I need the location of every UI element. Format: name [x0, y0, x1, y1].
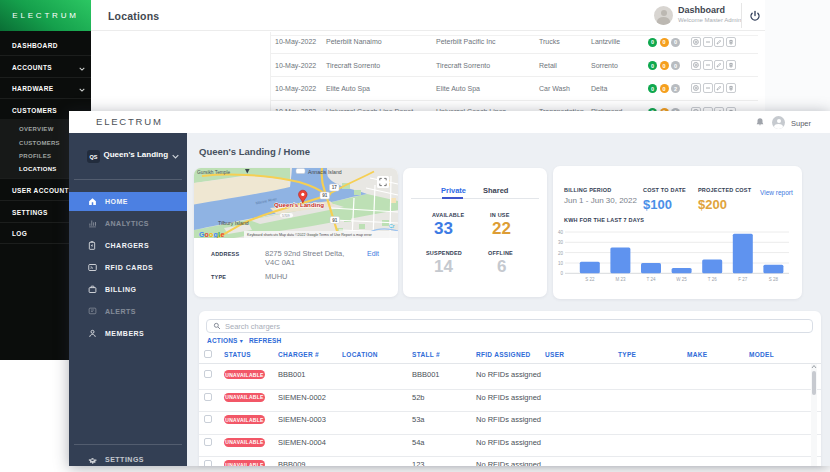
svg-text:91: 91: [322, 193, 328, 198]
svg-text:F 27: F 27: [738, 277, 748, 282]
svg-text:Keyboard shortcuts Map data: Keyboard shortcuts Map data ©2022 Google…: [247, 233, 372, 237]
svg-text:T 24: T 24: [647, 277, 656, 282]
svg-text:Tilbury Island: Tilbury Island: [218, 220, 249, 226]
svg-text:Annacis Island: Annacis Island: [308, 169, 342, 175]
svg-text:20: 20: [558, 251, 564, 256]
svg-text:S 22: S 22: [585, 277, 595, 282]
svg-text:T 26: T 26: [708, 277, 717, 282]
svg-text:S 28: S 28: [769, 277, 779, 282]
svg-text:W 25: W 25: [676, 277, 687, 282]
svg-text:M 23: M 23: [615, 277, 626, 282]
svg-text:30: 30: [558, 240, 564, 245]
svg-text:17: 17: [332, 185, 338, 190]
svg-text:0: 0: [560, 271, 563, 276]
svg-text:5709: 5709: [282, 214, 290, 218]
svg-text:91: 91: [332, 218, 338, 223]
svg-text:Gursikh Temple: Gursikh Temple: [197, 170, 231, 175]
svg-text:40: 40: [558, 230, 564, 235]
svg-text:10: 10: [558, 261, 564, 266]
svg-text:e: e: [221, 231, 225, 238]
svg-text:Cr: Cr: [389, 223, 395, 229]
svg-text:Queen's Landing: Queen's Landing: [274, 201, 324, 208]
